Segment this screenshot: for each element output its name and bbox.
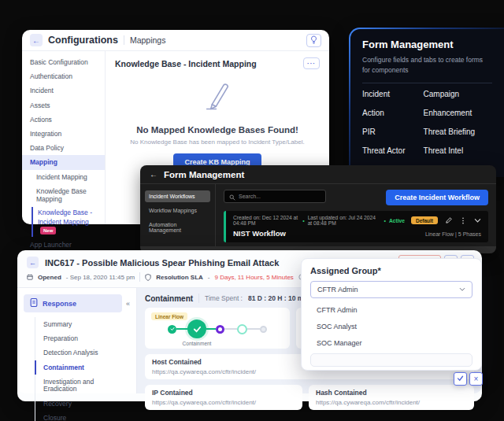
page-title: Configurations — [48, 35, 118, 46]
form-type-action[interactable]: Action — [362, 104, 424, 123]
phase-item-summary[interactable]: Summary — [35, 317, 130, 331]
form-type-enhancement[interactable]: Enhancement — [424, 104, 492, 123]
step-future[interactable] — [260, 326, 267, 333]
phase-item-detection-analysis[interactable]: Detection Analysis — [35, 346, 130, 360]
sla-dash: - — [208, 274, 210, 281]
divider — [198, 294, 199, 303]
sidebar-item-authentication[interactable]: Authentication — [22, 69, 105, 83]
sidebar-item-label: Knowledge Base - Incident Mapping — [38, 209, 92, 225]
confirm-button[interactable] — [454, 372, 467, 386]
step-current-label: Containment — [183, 341, 212, 346]
sla-label: Resolution SLA — [156, 274, 203, 281]
lightbulb-icon — [310, 33, 317, 47]
workflow-header: ← Form Management — [140, 165, 496, 184]
shield-icon — [145, 274, 151, 281]
search-input[interactable] — [239, 194, 321, 199]
workflow-meta: Linear Flow | 5 Phases — [425, 231, 481, 237]
ellipsis-icon: ··· — [307, 60, 316, 67]
sla-value: 9 Days, 11 Hours, 5 Minutes — [214, 274, 293, 281]
collapse-sidebar-icon[interactable]: « — [126, 300, 130, 308]
tab-automation-management[interactable]: Automation Management — [145, 219, 210, 236]
tab-incident-workflows[interactable]: Incident Workflows — [145, 190, 210, 202]
step-done-icon[interactable] — [168, 325, 176, 334]
ip-contained-field[interactable]: IP Contained https://qa.cywareqa.com/cft… — [145, 385, 302, 410]
calendar-icon — [27, 274, 33, 280]
assigned-group-select[interactable]: CFTR Admin — [310, 281, 472, 298]
options-list: CFTR Admin SOC Analyst SOC Manager — [310, 301, 472, 351]
phase-item-preparation[interactable]: Preparation — [35, 331, 130, 345]
form-type-incident[interactable]: Incident — [362, 85, 424, 104]
tab-workflow-mappings[interactable]: Workflow Mappings — [145, 205, 210, 216]
selected-option: CFTR Admin — [317, 286, 358, 294]
kebab-menu-icon[interactable] — [460, 217, 466, 224]
status-badge: Active — [389, 218, 405, 223]
sidebar-item-integration[interactable]: Integration — [22, 127, 105, 141]
form-type-pir[interactable]: PIR — [362, 123, 424, 142]
step-current-containment[interactable] — [187, 319, 206, 338]
sidebar-item-knowledge-base-mapping[interactable]: Knowledge Base Mapping — [22, 184, 105, 206]
create-incident-workflow-button[interactable]: Create Incident Workflow — [386, 190, 488, 205]
sidebar-item-assets[interactable]: Assets — [22, 98, 105, 113]
option-cftr-admin[interactable]: CFTR Admin — [310, 301, 472, 318]
empty-state: No Mapped Knowledge Bases Found! No Know… — [115, 76, 320, 171]
back-arrow-icon[interactable]: ← — [27, 257, 39, 268]
divider — [124, 35, 124, 45]
phase-item-closure[interactable]: Closure — [35, 411, 130, 421]
default-badge: Default — [411, 216, 438, 224]
sidebar-item-basic-configuration[interactable]: Basic Configuration — [22, 55, 105, 69]
opened-value: - Sep 18, 2020 11:45 pm — [66, 274, 135, 281]
breadcrumb: Mappings — [130, 35, 166, 45]
section-title: Knowledge Base - Incident Mapping — [115, 59, 257, 68]
form-type-threat-briefing[interactable]: Threat Briefing — [424, 123, 492, 142]
sidebar-item-kb-incident-mapping[interactable]: Knowledge Base - Incident MappingNew — [32, 207, 105, 237]
workflow-name[interactable]: NIST Workflow — [233, 229, 286, 238]
phase-list: Summary Preparation Detection Analysis C… — [35, 317, 130, 421]
step-active-next[interactable] — [216, 325, 224, 334]
field-value: https://qa.cywareqa.com/cftr/incident/ — [316, 399, 467, 406]
option-soc-analyst[interactable]: SOC Analyst — [310, 318, 472, 334]
step-upcoming[interactable] — [237, 324, 247, 334]
assigned-group-popup: Assigned Group* CFTR Admin CFTR Admin SO… — [301, 258, 482, 371]
sidebar-item-incident[interactable]: Incident — [22, 83, 105, 98]
check-icon — [457, 375, 464, 383]
form-type-threat-actor[interactable]: Threat Actor — [362, 142, 424, 161]
pencil-illustration — [198, 104, 237, 117]
chevron-down-icon[interactable] — [474, 218, 481, 223]
response-nav: Response « Summary Preparation Detection… — [17, 288, 137, 393]
form-management-subtitle: Configure fields and tabs to create form… — [362, 55, 492, 76]
field-label: Hash Contained — [316, 389, 467, 397]
sidebar-item-incident-mapping[interactable]: Incident Mapping — [22, 170, 105, 184]
search-box[interactable] — [224, 190, 326, 203]
phase-item-recovery[interactable]: Recovery — [35, 397, 130, 411]
document-icon — [30, 298, 38, 308]
sidebar-item-actions[interactable]: Actions — [22, 113, 105, 127]
hash-contained-field[interactable]: Hash Contained https://qa.cywareqa.com/c… — [309, 385, 474, 410]
phase-item-investigation[interactable]: Investigation and Eradication — [35, 375, 130, 397]
sidebar-item-data-policy[interactable]: Data Policy — [22, 141, 105, 155]
last-updated-text: Last updated on: Jul 24 2024 at 08:48 PM — [308, 215, 381, 226]
time-spent-label: Time Spent : — [205, 294, 243, 302]
popup-action-buttons: × — [454, 372, 483, 386]
phase-item-containment[interactable]: Containment — [35, 360, 130, 375]
empty-state-subtitle: No Knowledge Base has been mapped to Inc… — [115, 138, 320, 146]
search-icon — [229, 190, 235, 204]
form-management-card: Form Management Configure fields and tab… — [349, 28, 504, 177]
form-type-threat-intel[interactable]: Threat Intel — [424, 142, 492, 161]
sidebar-item-mapping[interactable]: Mapping — [22, 155, 105, 169]
edit-pencil-icon[interactable] — [446, 217, 452, 223]
configurations-header: ← Configurations Mappings — [22, 30, 329, 51]
form-type-campaign[interactable]: Campaign — [424, 85, 492, 104]
linear-flow-badge: Linear Flow — [151, 312, 187, 320]
more-options-button[interactable]: ··· — [303, 57, 320, 69]
divider — [362, 83, 492, 83]
back-arrow-icon[interactable]: ← — [30, 34, 43, 46]
back-arrow-icon[interactable]: ← — [150, 170, 158, 179]
tips-button[interactable] — [306, 34, 321, 47]
cancel-button[interactable]: × — [469, 372, 483, 386]
empty-input[interactable] — [310, 353, 472, 367]
workflow-management-panel: ← Form Management Incident Workflows Wor… — [140, 165, 496, 253]
popup-title: Assigned Group* — [310, 266, 472, 275]
nav-section-response[interactable]: Response — [24, 294, 122, 312]
option-soc-manager[interactable]: SOC Manager — [310, 334, 472, 351]
created-on-text: Created on: Dec 12 2024 at 04:48 PM — [233, 215, 299, 226]
